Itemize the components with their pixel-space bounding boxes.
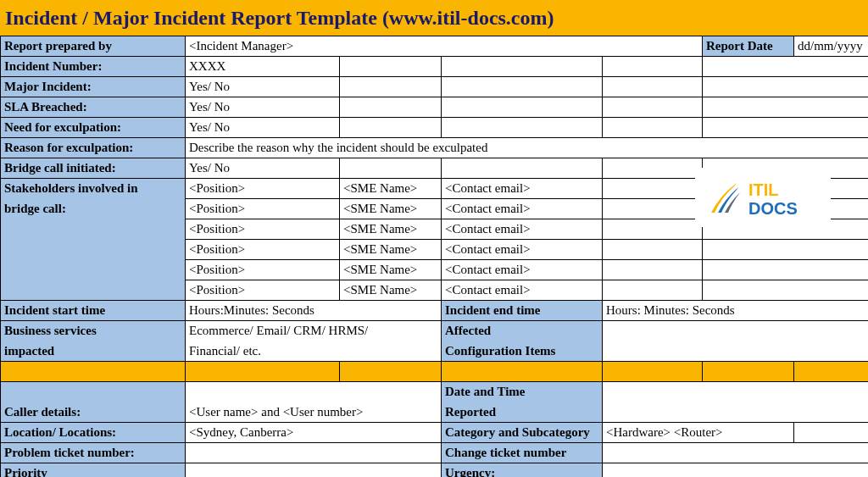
cell[interactable] [603, 158, 703, 179]
stakeholders-label [1, 219, 186, 240]
page-title: Incident / Major Incident Report Templat… [5, 7, 554, 30]
stakeholder-sme[interactable]: <SME Name> [340, 199, 442, 219]
stakeholder-position[interactable]: <Position> [186, 199, 340, 219]
stakeholders-label: Stakeholders involved in [1, 179, 186, 199]
bridge-call-label: Bridge call initiated: [1, 158, 186, 179]
cell[interactable] [603, 240, 703, 260]
sla-breached-label: SLA Breached: [1, 97, 186, 118]
stakeholder-email[interactable]: <Contact email> [442, 280, 603, 301]
cell[interactable] [442, 118, 603, 138]
change-ticket-label: Change ticket number [442, 443, 603, 463]
cell[interactable] [340, 77, 442, 97]
cell[interactable] [703, 260, 869, 280]
reason-exculpation-label: Reason for exculpation: [1, 138, 186, 158]
major-incident-value[interactable]: Yes/ No [186, 77, 340, 97]
date-reported-value[interactable] [603, 402, 869, 423]
need-exculpation-value[interactable]: Yes/ No [186, 118, 340, 138]
stakeholder-sme[interactable]: <SME Name> [340, 280, 442, 301]
urgency-value[interactable] [603, 463, 869, 478]
start-time-value[interactable]: Hours:Minutes: Seconds [186, 301, 442, 321]
cell[interactable] [340, 118, 442, 138]
location-value[interactable]: <Sydney, Canberra> [186, 423, 442, 443]
end-time-value[interactable]: Hours: Minutes: Seconds [603, 301, 869, 321]
cell[interactable] [703, 280, 869, 301]
cell[interactable] [442, 158, 603, 179]
stakeholder-position[interactable]: <Position> [186, 240, 340, 260]
prepared-by-label: Report prepared by [1, 36, 186, 57]
need-exculpation-label: Need for exculpation: [1, 118, 186, 138]
cell[interactable] [603, 57, 703, 77]
divider [794, 362, 869, 382]
urgency-label: Urgency: [442, 463, 603, 478]
caller-value[interactable]: <User name> and <User number> [186, 402, 442, 423]
change-ticket-value[interactable] [603, 443, 869, 463]
prepared-by-value[interactable]: <Incident Manager> [186, 36, 703, 57]
cell[interactable] [442, 57, 603, 77]
cell[interactable] [603, 179, 703, 199]
cell[interactable] [703, 57, 869, 77]
stakeholder-email[interactable]: <Contact email> [442, 179, 603, 199]
business-impact-value[interactable]: Ecommerce/ Email/ CRM/ HRMS/ [186, 321, 442, 341]
cell[interactable] [703, 77, 869, 97]
report-table: Report prepared by <Incident Manager> Re… [0, 36, 868, 477]
stakeholder-position[interactable]: <Position> [186, 179, 340, 199]
ci-value[interactable] [603, 341, 869, 362]
stakeholder-sme[interactable]: <SME Name> [340, 240, 442, 260]
sla-breached-value[interactable]: Yes/ No [186, 97, 340, 118]
cell[interactable] [603, 280, 703, 301]
cell[interactable] [603, 118, 703, 138]
cell[interactable] [703, 118, 869, 138]
divider [703, 362, 794, 382]
major-incident-label: Major Incident: [1, 77, 186, 97]
business-impact-value[interactable]: Financial/ etc. [186, 341, 442, 362]
priority-label: Priority [1, 463, 186, 478]
bridge-call-value[interactable]: Yes/ No [186, 158, 340, 179]
cell[interactable] [703, 97, 869, 118]
stakeholder-email[interactable]: <Contact email> [442, 199, 603, 219]
caller-label: Caller details: [1, 402, 186, 423]
date-reported-label: Date and Time [442, 382, 603, 402]
stakeholder-position[interactable]: <Position> [186, 280, 340, 301]
stakeholder-email[interactable]: <Contact email> [442, 240, 603, 260]
incident-number-label: Incident Number: [1, 57, 186, 77]
ci-label: Configuration Items [442, 341, 603, 362]
cell[interactable] [603, 219, 703, 240]
problem-ticket-label: Problem ticket number: [1, 443, 186, 463]
title-bar: Incident / Major Incident Report Templat… [0, 0, 868, 36]
stakeholder-sme[interactable]: <SME Name> [340, 179, 442, 199]
incident-number-value[interactable]: XXXX [186, 57, 340, 77]
stakeholder-email[interactable]: <Contact email> [442, 219, 603, 240]
cell[interactable] [340, 97, 442, 118]
category-value[interactable]: <Hardware> <Router> [603, 423, 794, 443]
stakeholder-position[interactable]: <Position> [186, 260, 340, 280]
cell[interactable] [340, 158, 442, 179]
cell[interactable] [603, 260, 703, 280]
priority-value[interactable] [186, 463, 442, 478]
end-time-label: Incident end time [442, 301, 603, 321]
divider [1, 362, 186, 382]
cell[interactable] [794, 423, 869, 443]
problem-ticket-value[interactable] [186, 443, 442, 463]
divider [340, 362, 442, 382]
caller-value[interactable] [186, 382, 442, 402]
cell[interactable] [603, 97, 703, 118]
stakeholder-position[interactable]: <Position> [186, 219, 340, 240]
cell[interactable] [340, 57, 442, 77]
cell[interactable] [442, 97, 603, 118]
ci-value[interactable] [603, 321, 869, 341]
cell[interactable] [442, 77, 603, 97]
date-reported-value[interactable] [603, 382, 869, 402]
start-time-label: Incident start time [1, 301, 186, 321]
report-date-label: Report Date [703, 36, 794, 57]
cell[interactable] [603, 77, 703, 97]
report-date-value[interactable]: dd/mm/yyyy [794, 36, 869, 57]
ci-label: Affected [442, 321, 603, 341]
stakeholder-email[interactable]: <Contact email> [442, 260, 603, 280]
caller-label [1, 382, 186, 402]
cell[interactable] [603, 199, 703, 219]
cell[interactable] [703, 240, 869, 260]
reason-exculpation-value[interactable]: Describe the reason why the incident sho… [186, 138, 869, 158]
stakeholder-sme[interactable]: <SME Name> [340, 260, 442, 280]
stakeholder-sme[interactable]: <SME Name> [340, 219, 442, 240]
divider [603, 362, 703, 382]
